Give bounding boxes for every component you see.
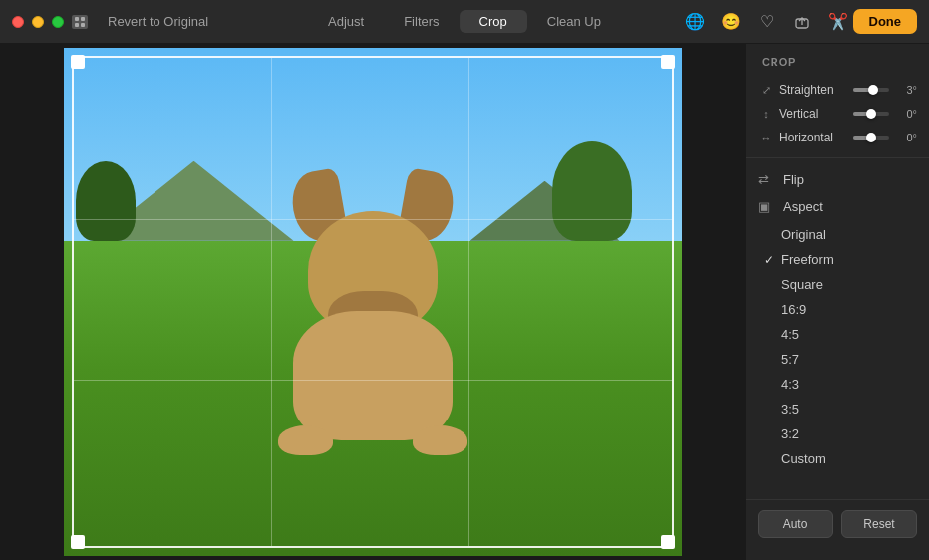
svg-rect-0	[75, 17, 79, 21]
emoji-icon[interactable]: 😊	[720, 11, 742, 33]
aspect-3-2-label: 3:2	[781, 426, 799, 441]
aspect-options: Original ✓ Freeform Square 16:9 4:5 5:7	[746, 222, 929, 471]
aspect-original-label: Original	[781, 227, 826, 242]
share-icon[interactable]	[791, 11, 813, 33]
straighten-row: ⤢ Straighten 3°	[746, 78, 929, 102]
flip-label: Flip	[783, 172, 804, 187]
aspect-3-5[interactable]: 3:5	[746, 397, 929, 421]
done-button[interactable]: Done	[853, 9, 918, 34]
tile-button[interactable]	[72, 15, 88, 29]
vertical-row: ↕ Vertical 0°	[746, 102, 929, 126]
horizontal-row: ↔ Horizontal 0°	[746, 126, 929, 149]
tab-crop[interactable]: Crop	[460, 10, 527, 33]
svg-rect-2	[75, 23, 79, 27]
aspect-label: Aspect	[783, 199, 823, 214]
aspect-16-9[interactable]: 16:9	[746, 297, 929, 322]
aspect-3-5-label: 3:5	[781, 402, 799, 417]
traffic-lights	[12, 16, 64, 28]
flip-icon: ⇄	[758, 172, 775, 187]
crop-grid-h1	[74, 219, 672, 220]
horizontal-thumb[interactable]	[866, 133, 876, 142]
aspect-square[interactable]: Square	[746, 272, 929, 297]
crop-corner-bl[interactable]	[71, 535, 85, 549]
aspect-5-7-label: 5:7	[781, 352, 799, 367]
content-area: CROP ⤢ Straighten 3° ↕ Vertical 0° ↔ Hor…	[0, 44, 929, 560]
aspect-4-5[interactable]: 4:5	[746, 322, 929, 347]
vertical-label: Vertical	[779, 107, 847, 121]
tab-adjust[interactable]: Adjust	[308, 10, 384, 33]
vertical-thumb[interactable]	[866, 109, 876, 119]
aspect-freeform[interactable]: ✓ Freeform	[746, 247, 929, 272]
horizontal-label: Horizontal	[779, 131, 847, 144]
flip-item[interactable]: ⇄ Flip	[746, 166, 929, 193]
straighten-icon: ⤢	[758, 84, 774, 97]
svg-rect-3	[81, 23, 85, 27]
aspect-icon: ▣	[758, 199, 775, 214]
reset-button[interactable]: Reset	[841, 510, 917, 538]
revert-to-original-button[interactable]: Revert to Original	[100, 11, 216, 32]
crop-corner-tl[interactable]	[71, 55, 85, 69]
minimize-button[interactable]	[32, 16, 44, 28]
crop-border	[72, 56, 674, 548]
crop-corner-br[interactable]	[661, 535, 675, 549]
straighten-slider[interactable]	[853, 88, 889, 92]
svg-rect-1	[81, 17, 85, 21]
nav-tabs: Adjust Filters Crop Clean Up	[308, 10, 621, 33]
toolbar-icons: 🌐 😊 ♡ ✂️	[684, 11, 849, 33]
window-controls	[72, 15, 88, 29]
panel-title: CROP	[746, 56, 929, 78]
globe-icon[interactable]: 🌐	[684, 11, 706, 33]
crop-grid-v1	[271, 58, 272, 546]
close-button[interactable]	[12, 16, 24, 28]
tab-filters[interactable]: Filters	[384, 10, 459, 33]
aspect-item[interactable]: ▣ Aspect	[746, 193, 929, 220]
crop-corner-tr[interactable]	[661, 55, 675, 69]
vertical-icon: ↕	[758, 108, 774, 120]
horizontal-value: 0°	[895, 132, 917, 143]
horizontal-icon: ↔	[758, 132, 774, 143]
straighten-label: Straighten	[779, 83, 847, 97]
crop-overlay[interactable]	[64, 48, 682, 556]
straighten-thumb[interactable]	[868, 85, 878, 95]
bottom-buttons: Auto Reset	[746, 499, 929, 548]
vertical-slider[interactable]	[853, 112, 889, 116]
divider-1	[746, 157, 929, 158]
aspect-freeform-label: Freeform	[781, 252, 834, 267]
heart-icon[interactable]: ♡	[756, 11, 777, 33]
photo-container	[64, 48, 682, 556]
crop-grid-v2	[468, 58, 469, 546]
titlebar: Revert to Original Adjust Filters Crop C…	[0, 0, 929, 44]
aspect-5-7[interactable]: 5:7	[746, 347, 929, 372]
aspect-custom[interactable]: Custom	[746, 446, 929, 471]
aspect-square-label: Square	[781, 277, 823, 292]
aspect-4-3[interactable]: 4:3	[746, 372, 929, 397]
aspect-4-3-label: 4:3	[781, 377, 799, 392]
aspect-custom-label: Custom	[781, 451, 826, 466]
aspect-4-5-label: 4:5	[781, 327, 799, 342]
straighten-value: 3°	[895, 84, 917, 96]
tab-cleanup[interactable]: Clean Up	[527, 10, 621, 33]
aspect-original[interactable]: Original	[746, 222, 929, 247]
vertical-value: 0°	[895, 108, 917, 120]
right-panel: CROP ⤢ Straighten 3° ↕ Vertical 0° ↔ Hor…	[745, 44, 929, 560]
auto-button[interactable]: Auto	[758, 510, 833, 538]
freeform-check-icon: ✓	[764, 253, 774, 267]
fullscreen-button[interactable]	[52, 16, 64, 28]
photo-area	[0, 44, 745, 560]
aspect-3-2[interactable]: 3:2	[746, 421, 929, 446]
aspect-16-9-label: 16:9	[781, 302, 806, 317]
tools-icon[interactable]: ✂️	[827, 11, 849, 33]
horizontal-slider[interactable]	[853, 136, 889, 140]
crop-grid-h2	[74, 380, 672, 381]
